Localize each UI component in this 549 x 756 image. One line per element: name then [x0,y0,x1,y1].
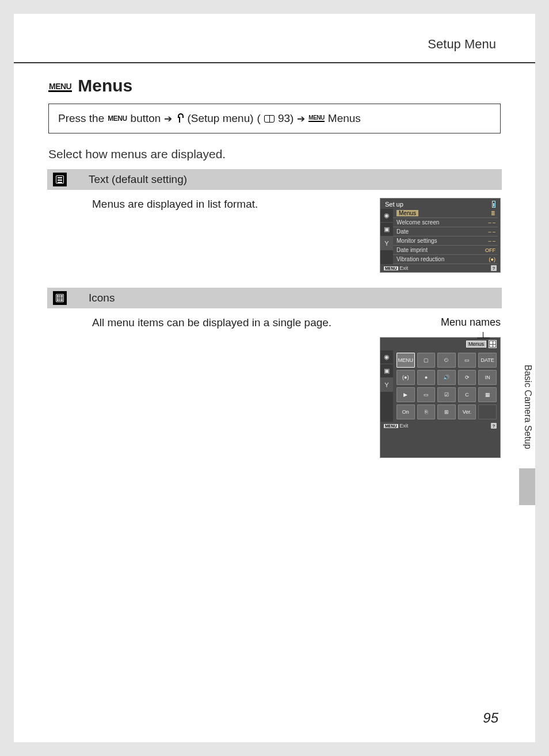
navigation-path-box: Press the MENU button ➔ (Setup menu) ( 9… [48,104,501,133]
help-icon: ? [491,265,497,271]
grid-cell: IN [478,370,497,385]
grid-cell: On [396,404,415,419]
menu-badge-icon: MENU [384,266,398,270]
grid-cell: ▦ [478,387,497,402]
list-row: Welcome screen – – [393,218,498,227]
list-row: Date – – [393,227,498,236]
grid-cell: ⎘ [417,404,436,419]
book-icon [264,115,274,123]
grid-cell: Ver. [458,404,476,419]
side-tab-label: Basic Camera Setup [520,359,535,455]
nav-final: Menus [328,112,361,125]
option-text-label: Text (default setting) [89,173,187,186]
grid-cell: 🔊 [437,370,456,385]
arrow-icon: ➔ [164,113,172,125]
menu-names-callout: Menu names [441,316,501,329]
icons-grid-icon [53,291,67,305]
screenshot-list: Menus ≣ Welcome screen – – Date – – Mo [393,209,500,264]
screenshot-sidebar: ◉ ▣ Y [380,209,393,264]
chapter-title: Setup Menu [48,37,501,52]
grid-cell: (●) [396,370,415,385]
grid-cell: ⟳ [458,370,476,385]
menu-underline-icon: MENU [48,82,72,92]
screenshot-icons-mode: Menus ◉ ▣ Y MENU ▢ ⏲ [380,337,501,458]
playback-tab-icon: ▣ [380,364,393,378]
list-row: Monitor settings – – [393,236,498,246]
help-icon: ? [491,423,497,429]
intro-text: Select how menus are displayed. [48,147,501,161]
nav-page-ref-open: ( [257,112,261,125]
grid-cell: ⏲ [437,353,456,368]
option-icons-header: Icons [47,288,502,308]
grid-cell: ☑ [437,387,456,402]
nav-prefix: Press the [58,112,104,125]
screenshot-list-title: Set up [385,201,403,208]
grid-cell: DATE [478,353,497,368]
setup-tab-icon: Y [380,378,393,392]
list-row: Vibration reduction (●) [393,255,498,264]
playback-tab-icon: ▣ [380,223,393,236]
nav-setup-label: (Setup menu) [187,112,253,125]
page-number: 95 [483,710,498,726]
option-text-header: Text (default setting) [47,169,502,190]
camera-tab-icon: ◉ [380,209,393,223]
text-list-icon [53,173,67,186]
arrow-icon: ➔ [297,113,305,125]
section-title: MENU Menus [48,76,501,96]
screenshot-list-mode: Set up ◉ ▣ Y Menus ≣ [380,198,501,273]
camera-tab-icon: ◉ [380,350,393,364]
grid-cell: ⊞ [437,404,456,419]
option-icons-label: Icons [89,292,115,304]
section-heading: Menus [78,76,132,96]
grid-cell: ▭ [458,353,476,368]
setup-tab-icon: Y [380,236,393,250]
option-icons-desc: All menu items can be displayed in a sin… [92,316,368,329]
screenshot-icon-grid: MENU ▢ ⏲ ▭ DATE (●) ● 🔊 ⟳ IN ▶ ▭ [393,350,500,422]
callout-line [477,338,490,338]
option-text-desc: Menus are displayed in list format. [92,198,368,211]
grid-cell: C [458,387,476,402]
menu-underline-small-icon: MENU [308,115,324,122]
wrench-icon [176,113,184,124]
grid-cell: ● [417,370,436,385]
exit-label: Exit [399,265,408,271]
battery-icon [492,201,495,208]
exit-label: Exit [399,423,408,429]
header-rule [14,62,535,63]
list-row: Menus ≣ [393,209,498,218]
screenshot-sidebar: ◉ ▣ Y [380,350,393,422]
grid-cell-empty [478,404,497,419]
callout-line [483,332,483,338]
list-row: Date imprint OFF [393,246,498,255]
grid-mode-icon [489,340,497,348]
grid-cell: MENU [396,353,415,368]
menu-badge-icon: MENU [384,424,398,428]
grid-cell: ▢ [417,353,436,368]
grid-cell: ▭ [417,387,436,402]
nav-page-ref: 93) [278,112,293,125]
screenshot-icons-title: Menus [466,341,486,348]
side-tab-indicator [519,468,535,505]
menu-button-label: MENU [108,114,127,123]
grid-cell: ▶ [396,387,415,402]
nav-button-word: button [131,112,161,125]
